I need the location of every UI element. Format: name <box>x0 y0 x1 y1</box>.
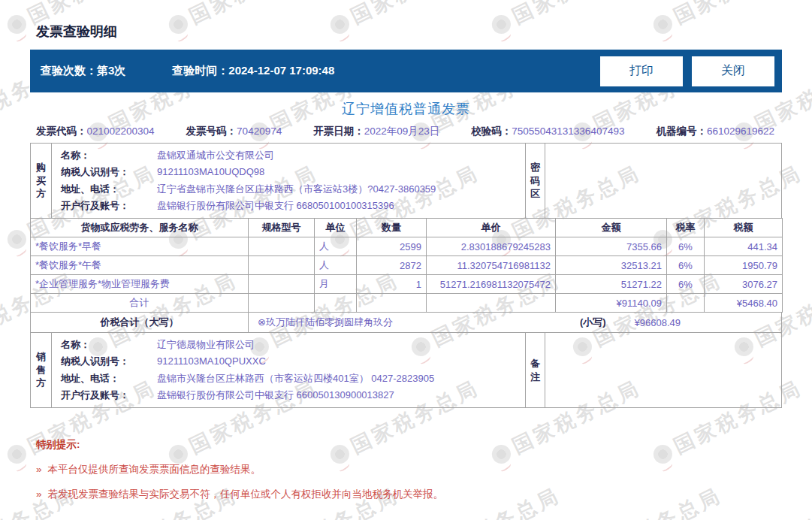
col-tax: 税额 <box>705 219 783 237</box>
invoice-date: 开票日期：2022年09月23日 <box>313 125 439 138</box>
check-time: 查验时间：2024-12-07 17:09:48 <box>172 64 334 78</box>
remarks-label: 备注 <box>526 333 545 407</box>
subtotal-tax: ¥5468.40 <box>705 294 783 313</box>
check-time-label: 查验时间： <box>172 64 228 77</box>
item-row: *餐饮服务*早餐 人 2599 2.830188679245283 7355.6… <box>31 237 783 256</box>
grand-total-row: 价税合计（大写） ⊗玖万陆仟陆佰零捌圆肆角玖分 (小写) ¥96608.49 <box>30 312 782 333</box>
buyer-address-row: 地址、电话：辽宁省盘锦市兴隆台区庄林路西（市客运站3楼）?0427-386035… <box>61 183 525 196</box>
toolbar: 查验次数：第3次 查验时间：2024-12-07 17:09:48 打印 关闭 <box>30 50 782 92</box>
invoice-number: 发票号码：70420974 <box>186 125 282 138</box>
notice-line-2: »若发现发票查验结果与实际交易不符，任何单位或个人有权拒收并向当地税务机关举报。 <box>36 488 782 501</box>
subtotal-row: 合计 ¥91140.09 ¥5468.40 <box>31 294 783 313</box>
col-rate: 税率 <box>667 219 705 237</box>
invoice-code: 发票代码：021002200304 <box>36 125 155 138</box>
seller-side-label: 销售方 <box>31 333 52 407</box>
col-spec: 规格型号 <box>249 219 315 237</box>
subtotal-label: 合计 <box>31 294 249 313</box>
buyer-content: 名称：盘锦双通城市公交有限公司 纳税人识别号：91211103MA10UQDQ9… <box>52 144 526 218</box>
arrow-icon: » <box>36 464 42 475</box>
seller-bank-row: 开户行及账号：盘锦银行股份有限公司中银支行 660050130900013827 <box>61 388 525 402</box>
password-area-label: 密码区 <box>526 144 545 218</box>
machine-number: 机器编号：661029619622 <box>656 125 774 138</box>
amount-in-words: ⊗玖万陆仟陆佰零捌圆肆角玖分 <box>258 316 393 329</box>
amount-numeric-value: ¥96608.49 <box>635 317 681 328</box>
seller-name-row: 名称：辽宁德晟物业有限公司 <box>61 338 525 352</box>
col-name: 货物或应税劳务、服务名称 <box>31 219 249 237</box>
buyer-taxid-row: 纳税人识别号：91211103MA10UQDQ98 <box>61 165 525 179</box>
invoice-title: 辽宁增值税普通发票 <box>30 100 782 118</box>
invoice-body: 购买方 名称：盘锦双通城市公交有限公司 纳税人识别号：91211103MA10U… <box>30 143 782 408</box>
seller-section: 销售方 名称：辽宁德晟物业有限公司 纳税人识别号：91211103MA10QPU… <box>30 332 782 408</box>
seller-address-row: 地址、电话：盘锦市兴隆台区庄林路西（市客运站四楼401室） 0427-28239… <box>61 372 525 385</box>
toolbar-buttons: 打印 关闭 <box>600 56 774 86</box>
grand-total-label: 价税合计（大写） <box>31 313 249 332</box>
seller-content: 名称：辽宁德晟物业有限公司 纳税人识别号：91211103MA10QPUXXC … <box>52 333 526 407</box>
invoice-header-fields: 发票代码：021002200304 发票号码：70420974 开票日期：202… <box>30 125 782 138</box>
item-row: *企业管理服务*物业管理服务费 月 1 51271.21698113207547… <box>31 275 783 294</box>
grand-total-values: ⊗玖万陆仟陆佰零捌圆肆角玖分 (小写) ¥96608.49 <box>249 316 782 329</box>
print-button[interactable]: 打印 <box>600 56 683 86</box>
password-area <box>545 144 781 218</box>
close-button[interactable]: 关闭 <box>692 56 774 86</box>
seller-taxid-row: 纳税人识别号：91211103MA10QPUXXC <box>61 355 525 368</box>
invoice-check-page: 发票查验明细 查验次数：第3次 查验时间：2024-12-07 17:09:48… <box>0 0 812 501</box>
check-count-label: 查验次数： <box>41 64 97 77</box>
item-row: *餐饮服务*午餐 人 2872 11.320754716981132 32513… <box>31 256 783 275</box>
subtotal-amount: ¥91140.09 <box>556 294 667 313</box>
check-time-value: 2024-12-07 17:09:48 <box>228 64 334 77</box>
check-count: 查验次数：第3次 <box>41 64 125 78</box>
col-unit: 单位 <box>315 219 357 237</box>
page-title: 发票查验明细 <box>36 23 782 41</box>
remarks-area <box>545 333 781 407</box>
notice-title: 特别提示: <box>36 438 782 452</box>
items-header-row: 货物或应税劳务、服务名称 规格型号 单位 数量 单价 金额 税率 税额 <box>31 219 783 237</box>
col-amount: 金额 <box>556 219 667 237</box>
col-qty: 数量 <box>357 219 427 237</box>
buyer-bank-row: 开户行及账号：盘锦银行股份有限公司中银支行 668050100100315396 <box>61 199 525 213</box>
buyer-section: 购买方 名称：盘锦双通城市公交有限公司 纳税人识别号：91211103MA10U… <box>30 143 782 219</box>
buyer-name-row: 名称：盘锦双通城市公交有限公司 <box>61 149 525 162</box>
notice-line-1: »本平台仅提供所查询发票票面信息的查验结果。 <box>36 463 782 476</box>
check-count-value: 第3次 <box>97 64 125 77</box>
buyer-side-label: 购买方 <box>31 144 52 218</box>
col-price: 单价 <box>427 219 556 237</box>
items-table: 货物或应税劳务、服务名称 规格型号 单位 数量 单价 金额 税率 税额 *餐饮服… <box>30 218 783 313</box>
check-code: 校验码：75055043131336407493 <box>471 125 624 138</box>
amount-numeric-label: (小写) <box>580 316 606 329</box>
special-notice: 特别提示: »本平台仅提供所查询发票票面信息的查验结果。 »若发现发票查验结果与… <box>30 438 782 501</box>
arrow-icon: » <box>36 488 42 500</box>
